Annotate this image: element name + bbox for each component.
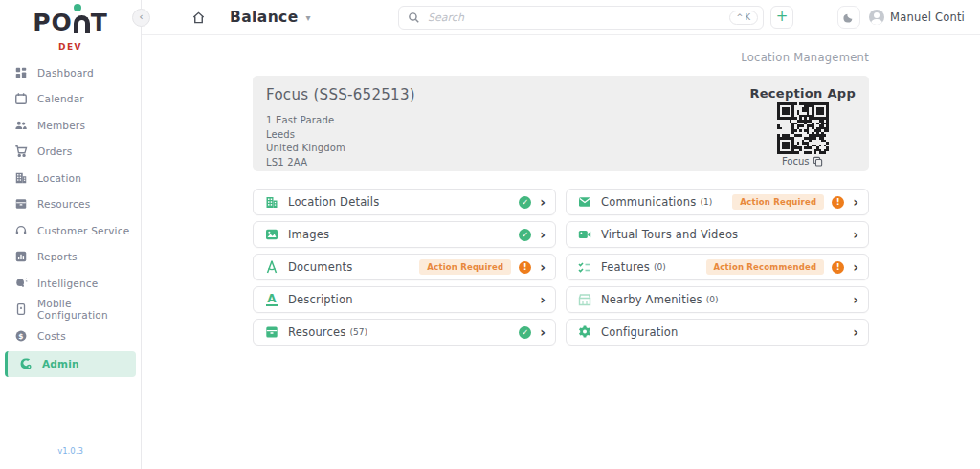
location-summary-card: Focus (SSS-652513) 1 East Parade Leeds U… [253, 76, 869, 171]
reception-app-panel: Reception App Focus [749, 86, 856, 161]
sidebar-item-calendar[interactable]: Calendar [0, 86, 141, 113]
card-documents[interactable]: Documents Action Required ! › [253, 254, 556, 280]
drafting-compass-icon [264, 259, 279, 275]
sidebar-item-label: Intelligence [37, 278, 99, 289]
card-virtual-tours[interactable]: Virtual Tours and Videos › [566, 221, 869, 248]
card-label: Images [288, 228, 329, 241]
building-icon [13, 170, 29, 186]
card-label: Location Details [288, 195, 379, 209]
home-icon[interactable] [191, 11, 206, 25]
search-input[interactable] [428, 11, 729, 24]
sidebar-collapse-button[interactable]: ‹ [132, 9, 150, 27]
sidebar-item-label: Customer Service [37, 225, 129, 236]
qr-caption-label: Focus [782, 156, 810, 167]
search-icon [408, 11, 420, 24]
card-label: Description [288, 293, 353, 306]
address-line: 1 East Parade [266, 114, 415, 128]
sidebar-item-label: Mobile Configuration [37, 298, 141, 321]
card-resources[interactable]: Resources (57) ✓ › [253, 319, 556, 346]
copy-icon[interactable] [813, 156, 823, 167]
chevron-right-icon: › [540, 228, 546, 241]
user-avatar[interactable] [869, 10, 884, 25]
chevron-right-icon: › [540, 293, 546, 306]
chevron-down-icon[interactable]: ▾ [306, 12, 311, 23]
card-count: (0) [654, 262, 666, 272]
page-title: Balance [230, 9, 299, 26]
sidebar-item-mobile-configuration[interactable]: Mobile Configuration [0, 297, 141, 324]
environment-badge: DEV [0, 42, 141, 52]
card-label: Configuration [601, 325, 679, 339]
card-count: (1) [700, 197, 712, 207]
card-configuration[interactable]: Configuration › [566, 319, 869, 346]
search-bar[interactable]: ^ K [398, 6, 764, 30]
sidebar-item-dashboard[interactable]: Dashboard [0, 59, 141, 86]
card-images[interactable]: Images ✓ › [253, 221, 556, 248]
chevron-right-icon: › [540, 325, 546, 339]
sidebar-item-intelligence[interactable]: Intelligence [0, 270, 141, 297]
checklist-icon [577, 259, 592, 275]
sidebar-item-label: Admin [42, 358, 79, 369]
add-button[interactable]: + [770, 6, 793, 29]
brand-dot [74, 4, 81, 11]
sidebar-item-members[interactable]: Members [0, 112, 141, 139]
action-required-badge: Action Required [732, 194, 824, 210]
sidebar-item-label: Orders [37, 145, 73, 157]
breadcrumb-section-label: Location Management [253, 51, 869, 64]
app-version: v1.0.3 [0, 446, 141, 469]
check-circle-icon: ✓ [519, 326, 531, 339]
calendar-icon [13, 91, 29, 106]
brand-wordmark: POT [0, 12, 141, 34]
sidebar-item-label: Reports [37, 251, 78, 262]
chevron-right-icon: › [540, 260, 546, 274]
sidebar-nav: Dashboard Calendar Members Orders Locati… [0, 59, 141, 377]
sidebar-item-orders[interactable]: Orders [0, 139, 141, 166]
check-circle-icon: ✓ [519, 196, 531, 209]
card-description[interactable]: A Description › [253, 286, 556, 313]
check-circle-icon: ✓ [519, 229, 531, 241]
brand-letter-n [74, 15, 90, 34]
image-icon [264, 227, 279, 242]
qr-code [777, 102, 829, 154]
main-area: ‹ Balance ▾ ^ K + Manuel Conti Location … [142, 0, 980, 469]
card-communications[interactable]: Communications (1) Action Required ! › [566, 189, 869, 215]
action-required-badge: Action Required [419, 259, 511, 275]
headset-icon [13, 223, 29, 238]
sidebar-item-costs[interactable]: $ Costs [0, 323, 141, 349]
card-location-details[interactable]: Location Details ✓ › [253, 189, 556, 215]
address-line: United Kingdom [266, 142, 415, 156]
lightbulb-icon [13, 276, 29, 291]
sidebar-item-admin[interactable]: Admin [5, 351, 136, 378]
sidebar-item-location[interactable]: Location [0, 165, 141, 191]
sidebar-item-label: Costs [37, 330, 66, 342]
action-recommended-badge: Action Recommended [706, 259, 825, 275]
user-name[interactable]: Manuel Conti [890, 11, 965, 24]
sidebar-item-customer-service[interactable]: Customer Service [0, 217, 141, 244]
location-address: 1 East Parade Leeds United Kingdom LS1 2… [266, 114, 415, 169]
chevron-right-icon: › [853, 228, 858, 241]
dark-mode-toggle[interactable] [837, 6, 860, 29]
card-label: Communications [601, 195, 696, 209]
sidebar: POT DEV Dashboard Calendar Members Order… [0, 0, 142, 469]
sidebar-item-resources[interactable]: Resources [0, 191, 141, 218]
svg-text:$: $ [18, 331, 23, 340]
card-label: Virtual Tours and Videos [601, 228, 738, 241]
storefront-icon [577, 292, 592, 307]
search-shortcut-badge: ^ K [729, 11, 759, 25]
card-features[interactable]: Features (0) Action Recommended ! › [566, 254, 869, 280]
card-label: Features [601, 260, 650, 274]
moon-icon [843, 11, 855, 23]
chevron-right-icon: › [853, 325, 858, 339]
sidebar-item-label: Dashboard [37, 67, 94, 78]
chevron-right-icon: › [853, 293, 858, 306]
location-title: Focus (SSS-652513) [266, 86, 415, 103]
dashboard-grid-icon [13, 65, 29, 80]
admin-gear-icon [18, 356, 33, 371]
alert-circle-icon: ! [832, 261, 844, 274]
content: Location Management Focus (SSS-652513) 1… [142, 35, 980, 469]
address-line: LS1 2AA [266, 156, 415, 170]
brand-letters-po: PO [33, 12, 73, 34]
app-window: POT DEV Dashboard Calendar Members Order… [0, 0, 980, 469]
card-nearby-amenities[interactable]: Nearby Amenities (0) › [566, 286, 869, 313]
sidebar-item-reports[interactable]: Reports [0, 244, 141, 271]
brand-logo: POT DEV [0, 0, 141, 56]
